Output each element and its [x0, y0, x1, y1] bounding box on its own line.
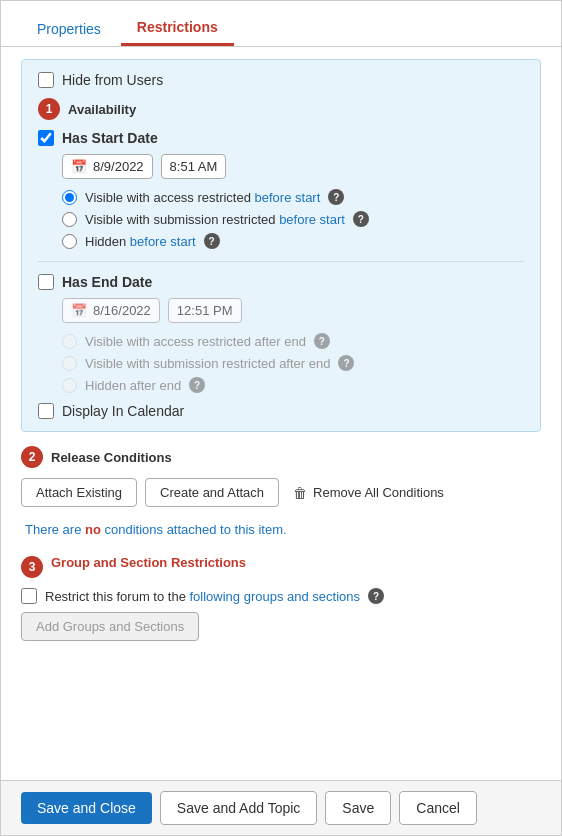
availability-section-header: 1 Availability	[38, 98, 524, 120]
start-end-divider	[38, 261, 524, 262]
start-option-2-row: Visible with submission restricted befor…	[62, 211, 524, 227]
end-date-value: 8/16/2022	[93, 303, 151, 318]
end-option-2-help-icon[interactable]: ?	[338, 355, 354, 371]
availability-title: Availability	[68, 102, 136, 117]
end-time-value: 12:51 PM	[177, 303, 233, 318]
start-option-3-link: before start	[130, 234, 196, 249]
restrict-row: Restrict this forum to the following gro…	[21, 588, 541, 604]
end-option-3-link: after end	[130, 378, 181, 393]
calendar-icon-end: 📅	[71, 303, 87, 318]
start-option-2-link: before start	[279, 212, 345, 227]
display-in-calendar-row: Display In Calendar	[38, 403, 524, 419]
has-start-date-checkbox[interactable]	[38, 130, 54, 146]
has-end-date-row: Has End Date	[38, 274, 524, 290]
has-end-date-checkbox[interactable]	[38, 274, 54, 290]
tabs-bar: Properties Restrictions	[1, 1, 561, 47]
has-start-date-label: Has Start Date	[62, 130, 158, 146]
group-section-title: Group and Section Restrictions	[51, 555, 246, 570]
remove-all-label: Remove All Conditions	[313, 485, 444, 500]
availability-block: Hide from Users 1 Availability Has Start…	[21, 59, 541, 432]
section-badge-2: 2	[21, 446, 43, 468]
end-option-2-link: after end	[279, 356, 330, 371]
no-text: no	[85, 522, 101, 537]
start-option-1-help-icon[interactable]: ?	[328, 189, 344, 205]
start-option-3-label: Hidden before start	[85, 234, 196, 249]
end-date-row: 📅 8/16/2022 12:51 PM	[62, 298, 524, 323]
restrict-forum-checkbox[interactable]	[21, 588, 37, 604]
start-option-1-link: before start	[255, 190, 321, 205]
end-option-3-radio[interactable]	[62, 378, 77, 393]
start-time-input[interactable]: 8:51 AM	[161, 154, 227, 179]
restrict-forum-link: following groups and sections	[190, 589, 361, 604]
start-option-2-help-icon[interactable]: ?	[353, 211, 369, 227]
calendar-icon-start: 📅	[71, 159, 87, 174]
start-time-value: 8:51 AM	[170, 159, 218, 174]
end-time-input[interactable]: 12:51 PM	[168, 298, 242, 323]
tab-properties[interactable]: Properties	[21, 11, 117, 46]
restrict-forum-help-icon[interactable]: ?	[368, 588, 384, 604]
hide-from-users-checkbox[interactable]	[38, 72, 54, 88]
save-and-close-button[interactable]: Save and Close	[21, 792, 152, 824]
release-conditions-title: Release Conditions	[51, 450, 172, 465]
save-button[interactable]: Save	[325, 791, 391, 825]
start-option-3-radio[interactable]	[62, 234, 77, 249]
end-option-2-radio[interactable]	[62, 356, 77, 371]
attach-existing-button[interactable]: Attach Existing	[21, 478, 137, 507]
main-content: Hide from Users 1 Availability Has Start…	[1, 47, 561, 780]
page-wrapper: Properties Restrictions Hide from Users …	[0, 0, 562, 836]
start-date-input[interactable]: 📅 8/9/2022	[62, 154, 153, 179]
tab-restrictions[interactable]: Restrictions	[121, 11, 234, 46]
remove-all-conditions-button[interactable]: 🗑 Remove All Conditions	[287, 481, 450, 505]
end-option-2-label: Visible with submission restricted after…	[85, 356, 330, 371]
end-date-input[interactable]: 📅 8/16/2022	[62, 298, 160, 323]
footer-bar: Save and Close Save and Add Topic Save C…	[1, 780, 561, 835]
end-option-1-link: after end	[255, 334, 306, 349]
start-date-value: 8/9/2022	[93, 159, 144, 174]
release-conditions-buttons: Attach Existing Create and Attach 🗑 Remo…	[21, 478, 541, 507]
section-badge-3: 3	[21, 556, 43, 578]
release-conditions-section: 2 Release Conditions Attach Existing Cre…	[21, 446, 541, 541]
display-in-calendar-label: Display In Calendar	[62, 403, 184, 419]
end-option-1-help-icon[interactable]: ?	[314, 333, 330, 349]
display-in-calendar-checkbox[interactable]	[38, 403, 54, 419]
end-option-1-label: Visible with access restricted after end	[85, 334, 306, 349]
hide-from-users-label: Hide from Users	[62, 72, 163, 88]
start-date-row: 📅 8/9/2022 8:51 AM	[62, 154, 524, 179]
restrict-forum-label: Restrict this forum to the following gro…	[45, 589, 360, 604]
conditions-message: There are no conditions attached to this…	[21, 517, 541, 541]
end-option-3-label: Hidden after end	[85, 378, 181, 393]
release-conditions-header: 2 Release Conditions	[21, 446, 541, 468]
start-option-1-radio[interactable]	[62, 190, 77, 205]
start-option-2-radio[interactable]	[62, 212, 77, 227]
cancel-button[interactable]: Cancel	[399, 791, 477, 825]
end-option-2-row: Visible with submission restricted after…	[62, 355, 524, 371]
group-section-header: 3 Group and Section Restrictions	[21, 555, 541, 578]
create-and-attach-button[interactable]: Create and Attach	[145, 478, 279, 507]
group-section-restrictions: 3 Group and Section Restrictions Restric…	[21, 555, 541, 641]
start-option-1-row: Visible with access restricted before st…	[62, 189, 524, 205]
start-option-3-help-icon[interactable]: ?	[204, 233, 220, 249]
end-option-3-row: Hidden after end ?	[62, 377, 524, 393]
start-option-1-label: Visible with access restricted before st…	[85, 190, 320, 205]
hide-from-users-row: Hide from Users	[38, 72, 524, 88]
start-option-3-row: Hidden before start ?	[62, 233, 524, 249]
section-badge-1: 1	[38, 98, 60, 120]
has-start-date-row: Has Start Date	[38, 130, 524, 146]
has-end-date-label: Has End Date	[62, 274, 152, 290]
save-and-add-topic-button[interactable]: Save and Add Topic	[160, 791, 318, 825]
conditions-message-text: There are no conditions attached to this…	[25, 522, 287, 537]
end-option-1-row: Visible with access restricted after end…	[62, 333, 524, 349]
trash-icon: 🗑	[293, 485, 307, 501]
start-option-2-label: Visible with submission restricted befor…	[85, 212, 345, 227]
end-option-3-help-icon[interactable]: ?	[189, 377, 205, 393]
add-groups-button[interactable]: Add Groups and Sections	[21, 612, 199, 641]
end-option-1-radio[interactable]	[62, 334, 77, 349]
